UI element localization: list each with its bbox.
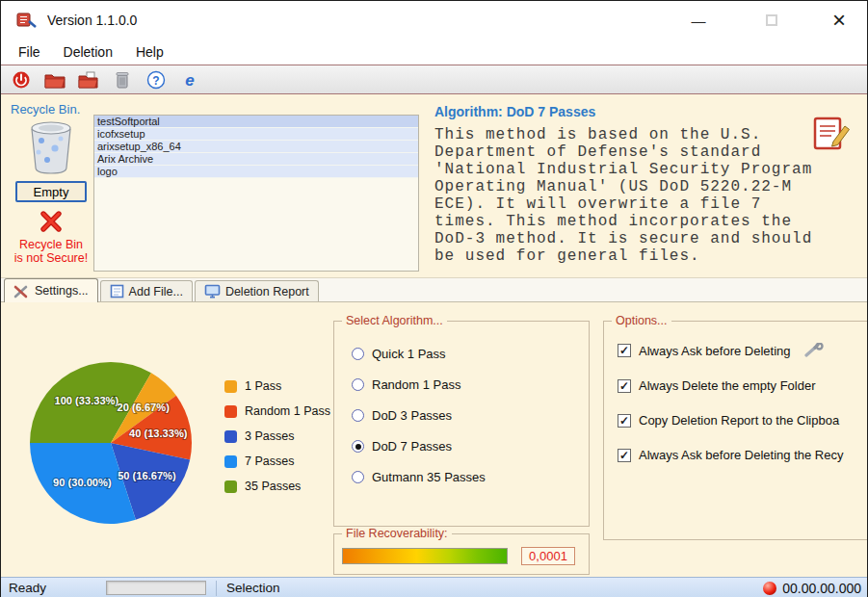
checkbox-option[interactable]: ✓Copy Deletion Report to the Clipboa xyxy=(618,413,867,428)
radio-circle xyxy=(352,378,364,391)
tab-add-file[interactable]: Add File... xyxy=(100,280,193,301)
top-panel: Recycle Bin. Empty Recycle Bin is not Se… xyxy=(1,94,867,277)
recycle-button[interactable] xyxy=(110,68,135,91)
legend-item: Random 1 Pass xyxy=(224,404,330,418)
legend-swatch xyxy=(224,430,237,443)
select-algorithm-group: Select Algorithm... Quick 1 PassRandom 1… xyxy=(333,321,590,527)
pie-slice-label: 100 (33.33%) xyxy=(54,395,118,406)
checkbox-label: Always Ask before Deleting xyxy=(639,344,791,358)
checkbox-label: Copy Deletion Report to the Clipboa xyxy=(639,413,839,428)
settings-panel: 100 (33.33%)20 (6.67%)40 (13.33%)50 (16.… xyxy=(1,302,867,577)
radio-label: DoD 3 Passes xyxy=(372,408,452,423)
legend-item: 3 Passes xyxy=(224,429,330,443)
list-item[interactable]: testSoftportal xyxy=(94,116,418,128)
progress-placeholder xyxy=(106,581,206,595)
pie-slice-label: 20 (6.67%) xyxy=(118,402,171,413)
radio-label: Random 1 Pass xyxy=(372,377,461,392)
menu-deletion[interactable]: Deletion xyxy=(52,40,124,64)
legend-swatch xyxy=(224,455,237,468)
legend-label: Random 1 Pass xyxy=(245,404,330,418)
algorithm-panel: Algorithm: DoD 7 Passes This method is b… xyxy=(419,102,859,277)
legend-item: 1 Pass xyxy=(224,379,330,393)
list-item[interactable]: arixsetup_x86_64 xyxy=(94,141,418,153)
menu-help[interactable]: Help xyxy=(124,40,175,64)
radio-option-random-1-pass[interactable]: Random 1 Pass xyxy=(352,377,589,392)
app-icon-image xyxy=(16,11,38,30)
radio-label: DoD 7 Passes xyxy=(372,439,452,454)
statusbar: Ready Selection 00.00.00.000 xyxy=(1,577,867,597)
radio-option-dod-3-passes[interactable]: DoD 3 Passes xyxy=(352,408,589,423)
algorithm-description: This method is based on the U.S. Departm… xyxy=(434,126,828,265)
tab-deletion-report[interactable]: Deletion Report xyxy=(195,280,319,301)
minimize-button[interactable]: — xyxy=(682,1,715,39)
options-title: Options... xyxy=(612,314,671,327)
checkbox-box: ✓ xyxy=(618,344,631,357)
recycle-trash-icon xyxy=(115,70,130,90)
close-button[interactable]: × xyxy=(823,1,855,39)
tab-deletion-report-label: Deletion Report xyxy=(225,285,309,298)
legend-swatch xyxy=(224,405,237,418)
tab-settings[interactable]: Settings... xyxy=(4,278,98,302)
checkbox-box: ✓ xyxy=(618,379,631,393)
radio-circle xyxy=(352,409,364,422)
file-listbox[interactable]: testSoftportalicofxsetuparixsetup_x86_64… xyxy=(93,115,419,272)
list-item[interactable]: logo xyxy=(94,166,418,178)
recycle-bin-image xyxy=(26,119,76,175)
open-file-button[interactable] xyxy=(42,68,67,91)
app-window: Version 1.1.0.0 — × File Deletion Help xyxy=(0,0,868,597)
tab-settings-label: Settings... xyxy=(35,284,89,298)
exit-button[interactable] xyxy=(9,68,34,91)
radio-option-quick-1-pass[interactable]: Quick 1 Pass xyxy=(352,347,589,361)
add-folder-icon xyxy=(78,71,99,89)
not-secure-x-icon xyxy=(39,209,64,234)
deletion-report-icon xyxy=(204,284,221,298)
legend-item: 35 Passes xyxy=(224,480,330,493)
add-folder-button[interactable] xyxy=(76,68,101,91)
pie-chart: 100 (33.33%)20 (6.67%)40 (13.33%)50 (16.… xyxy=(28,360,194,526)
list-item[interactable]: icofxsetup xyxy=(94,128,418,141)
status-ready: Ready xyxy=(9,581,46,595)
checkbox-box: ✓ xyxy=(618,449,631,462)
menu-file[interactable]: File xyxy=(7,40,52,64)
open-folder-icon xyxy=(44,71,66,89)
options-checkboxes: ✓Always Ask before Deleting✓Always Delet… xyxy=(604,322,867,462)
recycle-warning-line1: Recycle Bin xyxy=(14,238,88,251)
menubar: File Deletion Help xyxy=(1,39,867,65)
legend-label: 1 Pass xyxy=(245,379,281,393)
radio-label: Gutmann 35 Passes xyxy=(372,470,486,484)
checkbox-option[interactable]: ✓Always Delete the empty Folder xyxy=(618,378,867,393)
recycle-warning: Recycle Bin is not Secure! xyxy=(14,238,88,266)
settings-tools-icon xyxy=(13,284,30,298)
status-timer: 00.00.00.000 xyxy=(782,581,861,596)
recycle-bin-section: Recycle Bin. Empty Recycle Bin is not Se… xyxy=(11,102,92,277)
radio-circle xyxy=(352,348,364,360)
about-button[interactable]: e xyxy=(177,68,202,91)
checkbox-box: ✓ xyxy=(618,414,631,428)
recycle-bin-heading: Recycle Bin. xyxy=(11,102,80,117)
add-file-icon xyxy=(110,284,124,298)
exit-power-icon xyxy=(12,70,31,90)
maximize-icon xyxy=(766,14,777,26)
notepad-pencil-icon xyxy=(811,116,852,152)
tab-strip: Settings... Add File... Deletion Report xyxy=(1,277,867,302)
radio-option-gutmann-35-passes[interactable]: Gutmann 35 Passes xyxy=(352,470,589,484)
statusbar-right: 00.00.00.000 xyxy=(763,581,861,596)
checkbox-option[interactable]: ✓Always Ask before Deleting xyxy=(618,343,867,358)
wrench-icon xyxy=(804,343,824,358)
maximize-button[interactable] xyxy=(755,1,788,39)
checkbox-option[interactable]: ✓Always Ask before Deleting the Recy xyxy=(618,448,867,462)
statusbar-separator xyxy=(216,581,217,596)
radio-option-dod-7-passes[interactable]: DoD 7 Passes xyxy=(352,439,589,454)
legend-label: 7 Passes xyxy=(245,454,294,468)
list-item[interactable]: Arix Archive xyxy=(94,153,418,166)
svg-text:e: e xyxy=(185,70,194,89)
pie-slice-label: 90 (30.00%) xyxy=(53,477,112,488)
checkbox-label: Always Ask before Deleting the Recy xyxy=(639,448,843,462)
recycle-warning-line2: is not Secure! xyxy=(14,251,88,265)
record-indicator-icon xyxy=(763,582,776,595)
file-recoverability-group: File Recoverability: 0,0001 xyxy=(333,533,590,575)
help-button[interactable]: ? xyxy=(144,68,169,91)
recoverability-gradient-bar xyxy=(342,548,508,564)
radio-circle xyxy=(352,471,364,483)
empty-button[interactable]: Empty xyxy=(15,181,87,202)
